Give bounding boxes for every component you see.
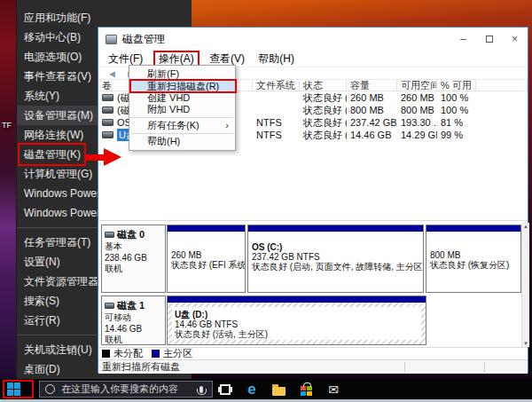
cell-status: 状态良好 (...	[300, 129, 347, 141]
search-input[interactable]: 在这里输入你要搜索的内容	[61, 382, 178, 396]
annotation-red-arrow	[84, 148, 121, 167]
partition-title: U盘 (D:)	[175, 310, 419, 319]
cell-pct: 99 %	[437, 129, 476, 141]
scroll-up-icon[interactable]: ▲	[522, 224, 529, 229]
menu-help[interactable]: 帮助(H)	[253, 51, 300, 67]
edge-browser-button[interactable]: e	[245, 382, 259, 397]
partition-efi[interactable]: 260 MB 状态良好 (EFI 系统分区	[167, 225, 246, 293]
disk-name: 磁盘 1	[117, 299, 145, 312]
volume-icon	[102, 131, 113, 138]
partition-status: 状态良好 (活动, 主分区)	[175, 329, 419, 339]
statusbar-divider	[484, 362, 485, 373]
partition-os-c[interactable]: OS (C:) 237.42 GB NTFS 状态良好 (启动, 页面文件, 故…	[247, 225, 424, 293]
window-title: 磁盘管理	[122, 32, 165, 47]
cell-free: 193.30 ...	[397, 116, 437, 129]
partition-size: 14.46 GB NTFS	[175, 319, 419, 329]
col-capacity[interactable]: 容量	[347, 80, 397, 91]
volume-icon	[102, 94, 113, 101]
cell-capacity: 14.46 GB	[347, 129, 397, 141]
submenu-arrow-icon: ›	[225, 120, 229, 131]
desktop-icon-label: TF	[2, 121, 12, 130]
maximize-button[interactable]	[476, 28, 502, 51]
maximize-icon	[486, 35, 493, 43]
col-pct-free[interactable]: % 可用	[437, 80, 476, 91]
folder-icon	[272, 387, 286, 396]
legend-label: 未分配	[113, 347, 143, 360]
legend-primary: 主分区	[152, 347, 192, 360]
statusbar-divider	[404, 362, 405, 373]
disk1-panel[interactable]: 磁盘 1 可移动 14.46 GB 联机	[101, 296, 166, 345]
partition-size: 237.42 GB NTFS	[252, 252, 419, 262]
store-icon	[301, 386, 312, 396]
menu-item-refresh[interactable]: 刷新(F)	[129, 68, 235, 80]
menu-item-all-tasks[interactable]: 所有任务(K) ›	[129, 120, 235, 131]
cell-pct: 100 %	[437, 104, 476, 116]
taskbar: 在这里输入你要搜索的内容 e ✉	[0, 379, 532, 399]
partition-size: 800 MB	[430, 250, 517, 260]
desktop: TF 应用和功能(F) 移动中心(B) 电源选项(O) 事件查看器(V) 系统(…	[0, 0, 532, 402]
menu-separator	[131, 133, 233, 134]
menu-item-label: 所有任务(K)	[147, 120, 200, 130]
disk-size: 238.46 GB	[105, 253, 162, 264]
primary-partition-bar	[168, 296, 426, 303]
cell-filesystem	[253, 104, 300, 116]
partition-title: OS (C:)	[252, 242, 419, 252]
cell-filesystem: NTFS	[253, 116, 300, 129]
close-button[interactable]: ×	[502, 28, 528, 51]
back-icon[interactable]: ◄	[107, 68, 117, 79]
partition-status: 状态良好 (启动, 页面文件, 故障转储, 主分区)	[252, 262, 419, 272]
disk0-panel[interactable]: 磁盘 0 基本 238.46 GB 联机	[101, 225, 166, 293]
col-status[interactable]: 状态	[300, 80, 347, 91]
edge-icon: e	[247, 382, 255, 397]
microphone-icon[interactable]	[200, 386, 203, 393]
mail-icon: ✉	[328, 382, 339, 397]
partition-status: 状态良好 (恢复分区)	[430, 260, 517, 270]
partition-usb-selected[interactable]: U盘 (D:) 14.46 GB NTFS 状态良好 (活动, 主分区)	[167, 296, 426, 345]
disk-icon	[105, 232, 114, 238]
mail-button[interactable]: ✉	[326, 382, 340, 397]
partition-recovery[interactable]: 800 MB 状态良好 (恢复分区)	[426, 225, 521, 293]
cell-free: 14.29 GB	[397, 129, 437, 141]
disk-size: 14.46 GB	[105, 324, 162, 335]
taskbar-search-box[interactable]: 在这里输入你要搜索的内容	[39, 381, 213, 398]
cortana-icon	[45, 384, 55, 394]
cell-capacity: 260 MB	[347, 91, 397, 104]
store-button[interactable]	[299, 382, 313, 397]
cell-status: 状态良好 (...	[300, 116, 347, 129]
status-bar: 重新扫描所有磁盘	[98, 359, 528, 374]
cell-free: 260 MB	[397, 91, 437, 104]
disk-status: 联机	[105, 264, 162, 275]
menu-item-help[interactable]: 帮助(H)	[129, 136, 235, 147]
vertical-scrollbar[interactable]: ▲ ▼	[521, 223, 529, 347]
legend-label: 主分区	[163, 347, 192, 360]
legend-unallocated: 未分配	[102, 347, 143, 360]
minimize-button[interactable]: –	[450, 28, 476, 51]
disk1-row: 磁盘 1 可移动 14.46 GB 联机 U盘 (D:) 14.46 GB NT…	[101, 296, 521, 345]
col-free[interactable]: 可用空间	[397, 80, 437, 91]
cell-filesystem: NTFS	[253, 129, 300, 141]
scroll-down-icon[interactable]: ▼	[522, 341, 529, 346]
col-extra	[476, 80, 528, 91]
partition-size: 260 MB	[171, 250, 241, 260]
file-explorer-button[interactable]	[271, 382, 286, 397]
menu-item-rescan-disks[interactable]: 重新扫描磁盘(R)	[129, 80, 235, 92]
menu-item-label: 重新扫描磁盘(R)	[147, 81, 219, 91]
title-bar[interactable]: 磁盘管理 – ×	[98, 28, 528, 51]
unallocated-swatch	[102, 350, 110, 358]
action-dropdown-menu: 刷新(F) 重新扫描磁盘(R) 创建 VHD 附加 VHD 所有任务(K) › …	[129, 65, 236, 151]
winx-item-apps-features[interactable]: 应用和功能(F)	[17, 8, 192, 28]
col-filesystem[interactable]: 文件系统	[253, 80, 300, 91]
primary-partition-bar	[168, 225, 245, 232]
disk-type: 基本	[105, 241, 162, 253]
disk-type: 可移动	[105, 312, 162, 324]
menu-item-attach-vhd[interactable]: 附加 VHD	[129, 104, 235, 115]
desktop-wallpaper-sliver: TF	[0, 0, 16, 379]
primary-partition-bar	[248, 225, 423, 232]
primary-partition-swatch	[152, 350, 160, 358]
task-view-button[interactable]	[218, 382, 232, 397]
disk0-row: 磁盘 0 基本 238.46 GB 联机 260 MB 状态良好 (EFI 系统…	[101, 225, 521, 293]
menu-separator	[131, 117, 233, 118]
menu-item-create-vhd[interactable]: 创建 VHD	[129, 92, 235, 104]
disk-status: 联机	[105, 335, 162, 346]
disk-name: 磁盘 0	[117, 228, 145, 241]
